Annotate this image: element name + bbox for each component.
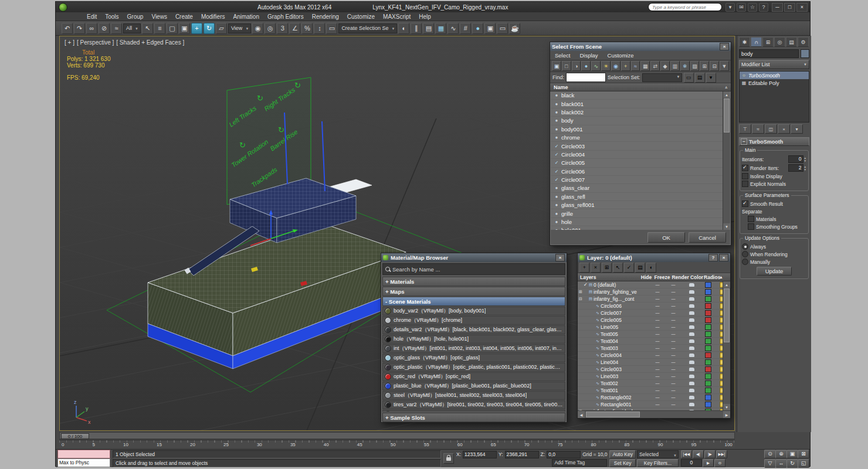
time-slider-handle[interactable]: 0 / 100	[61, 433, 89, 439]
percent-snap-icon[interactable]: %	[301, 23, 313, 34]
material-row[interactable]: optic_plastic（VRayMtl）[optic_plastic, pl…	[382, 363, 565, 372]
close-icon[interactable]: ×	[555, 254, 565, 261]
render-toggle[interactable]	[682, 382, 701, 385]
key-filters-button[interactable]: Key Filters...	[637, 459, 679, 467]
configure-modifier-sets-button[interactable]: ▾	[791, 124, 803, 134]
delete-layer-icon[interactable]: ×	[591, 263, 601, 273]
maximize-button[interactable]: □	[784, 3, 795, 12]
freeze-toggle[interactable]: —	[664, 381, 682, 385]
freeze-toggle[interactable]: —	[664, 339, 682, 343]
horizontal-scrollbar[interactable]: ◀▶	[578, 410, 730, 418]
viewport-shading-menu[interactable]: [ Shaded + Edged Faces ]	[116, 39, 184, 46]
z-coordinate-field[interactable]: 0,0	[547, 451, 581, 458]
display-lights-icon[interactable]: ☀	[601, 61, 611, 71]
render-toggle[interactable]	[682, 297, 701, 301]
spinner-snap-icon[interactable]: ↕	[314, 23, 325, 34]
render-iters-checkbox[interactable]	[742, 165, 748, 171]
help-icon[interactable]: ?	[708, 254, 718, 261]
freeze-toggle[interactable]: —	[664, 290, 682, 294]
collapse-all-icon[interactable]: ⊟	[710, 61, 719, 71]
save-selection-set-icon[interactable]: ▭	[684, 73, 694, 83]
scene-object-row[interactable]: ✓ Circle007	[551, 176, 730, 184]
hide-toggle[interactable]: —	[650, 388, 664, 392]
color-cell[interactable]	[701, 373, 715, 379]
freeze-toggle[interactable]: —	[664, 318, 682, 322]
material-row[interactable]: int（VRayMtl）[int001, int002, int003, int…	[382, 344, 565, 353]
render-setup-icon[interactable]: ▣	[484, 23, 496, 34]
mirror-icon[interactable]: ◐	[398, 23, 409, 34]
sample-slots-rollup[interactable]: + Sample Slots	[382, 413, 565, 422]
material-row[interactable]: body_var2（VRayMtl）[body, body001]	[382, 307, 565, 315]
layer-properties-icon[interactable]: ▤	[635, 263, 645, 273]
hide-toggle[interactable]: —	[650, 283, 664, 287]
isoline-display-checkbox[interactable]	[742, 173, 748, 179]
set-current-layer-icon[interactable]: ✓	[624, 263, 634, 273]
unlink-selection-icon[interactable]: ⊘	[99, 23, 110, 34]
freeze-toggle[interactable]: —	[664, 283, 682, 287]
zoom-icon[interactable]: ⊙	[764, 450, 776, 458]
hide-toggle[interactable]: —	[650, 402, 664, 406]
communication-center-icon[interactable]: ✉	[737, 3, 746, 12]
display-frozen-icon[interactable]: ❄	[680, 61, 690, 71]
materials-rollup[interactable]: + Materials	[382, 277, 565, 286]
snaps-toggle-icon[interactable]: 3	[277, 23, 288, 34]
material-row[interactable]: optic_glass（VRayMtl）[optic_glass]	[382, 354, 565, 362]
menu-item[interactable]: Customize	[343, 13, 379, 20]
display-helpers-icon[interactable]: +	[621, 61, 630, 71]
column-radiosity[interactable]: Radios	[704, 274, 719, 280]
use-pivot-center-icon[interactable]: ◉	[252, 23, 263, 34]
scene-object-row[interactable]: ● grille	[551, 209, 730, 217]
render-toggle[interactable]	[682, 354, 701, 357]
menu-item[interactable]: Animation	[229, 13, 263, 20]
menu-item[interactable]: Help	[415, 13, 435, 20]
orbit-icon[interactable]: ↻	[786, 459, 798, 468]
scene-object-row[interactable]: ✓ Circle006	[551, 168, 730, 176]
material-row[interactable]: optic_red（VRayMtl）[optic_red]	[382, 372, 565, 381]
render-toggle[interactable]	[682, 318, 701, 322]
next-frame-button[interactable]: |▶	[704, 450, 716, 458]
pin-stack-button[interactable]: ⊤	[739, 124, 751, 134]
app-icon[interactable]	[59, 3, 67, 12]
hide-toggle[interactable]: —	[650, 360, 664, 364]
dialog-menu-item[interactable]: Select	[550, 52, 575, 59]
material-row[interactable]: hole（VRayMtl）[hole, hole001]	[382, 335, 565, 344]
time-configuration-button[interactable]: ⊙	[714, 459, 725, 467]
material-row[interactable]: tires_var2（VRayMtl）[tire001, tire002, ti…	[382, 400, 565, 409]
graphite-ribbon-icon[interactable]: ▦	[435, 23, 446, 34]
render-production-icon[interactable]: ☕	[509, 23, 520, 34]
display-cameras-icon[interactable]: ◉	[611, 61, 621, 71]
layer-row[interactable]: ⊟ ▤ infantry_fig..._cont — —	[578, 295, 730, 303]
redo-icon[interactable]: ↷	[74, 23, 85, 34]
render-toggle[interactable]	[682, 346, 701, 350]
select-and-move-icon[interactable]: +	[191, 23, 202, 34]
selection-filter-dropdown[interactable]: All	[123, 23, 141, 33]
align-icon[interactable]: ∥	[411, 23, 422, 34]
layer-row[interactable]: ⊞ ▤ infantry_fighting_ve — —	[578, 288, 730, 295]
freeze-toggle[interactable]: —	[664, 402, 682, 406]
cancel-button[interactable]: Cancel	[689, 232, 726, 243]
scene-object-row[interactable]: ● chrome	[551, 134, 730, 142]
tab-motion[interactable]: ◎	[774, 37, 785, 47]
display-xrefs-icon[interactable]: ⇄	[650, 61, 660, 71]
help-icon[interactable]: ?	[759, 3, 768, 12]
rectangular-selection-icon[interactable]: ▢	[167, 23, 178, 34]
layer-row[interactable]: ∿ Rectangle002 — —	[578, 394, 730, 401]
color-cell[interactable]	[701, 366, 715, 372]
window-crossing-icon[interactable]: ▣	[179, 23, 190, 34]
render-toggle[interactable]	[682, 311, 701, 315]
scene-object-row[interactable]: ● hole001	[551, 226, 730, 230]
render-iters-spinner[interactable]: 2 ▲▼	[788, 164, 806, 172]
menu-item[interactable]: Create	[171, 13, 197, 20]
angle-snap-icon[interactable]: ∠	[289, 23, 300, 34]
scene-object-row[interactable]: ● glass_refl001	[551, 201, 730, 209]
color-cell[interactable]	[701, 289, 715, 295]
named-selection-sets-icon[interactable]: ▭	[326, 23, 337, 34]
hide-toggle[interactable]: —	[650, 290, 664, 294]
render-toggle[interactable]	[682, 339, 701, 343]
select-and-rotate-icon[interactable]: ↻	[204, 23, 215, 34]
freeze-toggle[interactable]: —	[664, 325, 682, 329]
layer-row[interactable]: ∿ Circle004 — —	[578, 352, 730, 359]
rotation-control-icon[interactable]: ↻	[257, 94, 263, 103]
hide-toggle[interactable]: —	[650, 346, 664, 350]
infocenter-search-input[interactable]	[648, 3, 722, 11]
